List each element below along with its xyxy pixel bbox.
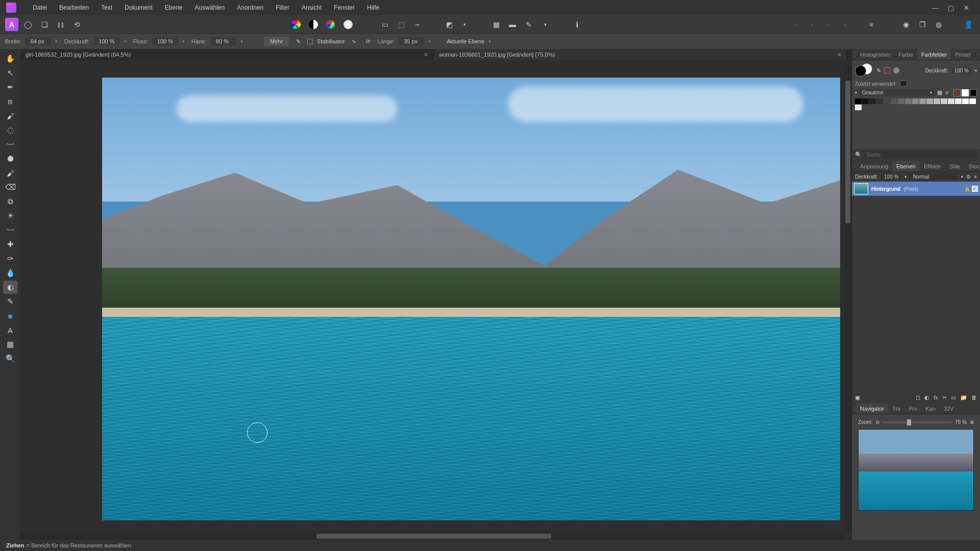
- swatch[interactable]: [962, 98, 969, 104]
- account-icon[interactable]: 👤: [962, 18, 975, 31]
- persona-export-icon[interactable]: ⟲: [70, 18, 84, 31]
- new-layer-icon[interactable]: ◉: [899, 18, 913, 31]
- menu-ebene[interactable]: Ebene: [159, 4, 189, 11]
- swatch[interactable]: [869, 98, 876, 104]
- paint-brush-tool-icon[interactable]: 🖌: [3, 166, 17, 180]
- layer-opacity-dropdown-icon[interactable]: ▾: [904, 174, 906, 179]
- text-tool-icon[interactable]: A: [3, 323, 17, 337]
- recent-swatch[interactable]: [900, 81, 907, 87]
- palette-menu-icon[interactable]: ▾: [855, 90, 857, 95]
- panel-tab-histogramm[interactable]: Histogramm: [856, 49, 894, 60]
- zoom-out-icon[interactable]: ⊖: [875, 419, 879, 425]
- swatch[interactable]: [855, 105, 862, 110]
- layer-crop-icon[interactable]: ✂: [942, 394, 947, 401]
- canvas-area[interactable]: [20, 60, 851, 540]
- pressure-icon[interactable]: ✎: [293, 36, 303, 46]
- width-input[interactable]: 64 px: [26, 37, 51, 45]
- target-dropdown-icon[interactable]: ▾: [488, 39, 494, 44]
- layer-visible-checkbox[interactable]: ✓: [972, 186, 978, 192]
- more-button[interactable]: Mehr: [264, 37, 289, 46]
- swatch[interactable]: [926, 98, 933, 104]
- swatch-opacity-input[interactable]: 100 %: [951, 67, 972, 74]
- length-input[interactable]: 35 px: [399, 37, 424, 45]
- layer-folder-icon[interactable]: 📁: [960, 394, 967, 401]
- document-tab-1[interactable]: girl-1869532_1920.jpg [Geändert] (64.5%)…: [20, 49, 434, 60]
- opacity-dropdown-icon[interactable]: ▾: [124, 39, 129, 44]
- align-icon[interactable]: ≡: [865, 18, 878, 31]
- stabilizer-checkbox[interactable]: [307, 39, 313, 44]
- flood-tool-icon[interactable]: ⬢: [3, 152, 17, 165]
- blur-tool-icon[interactable]: 💧: [3, 266, 17, 280]
- panel-tab-pro[interactable]: Pro: [904, 403, 921, 414]
- layer-search-input[interactable]: [864, 151, 977, 159]
- erase-tool-icon[interactable]: ⌫: [3, 181, 17, 194]
- panel-tab-stile[interactable]: Stile: [945, 161, 964, 171]
- blend-mode-dropdown-icon[interactable]: ▾: [961, 174, 963, 179]
- dropdown-icon[interactable]: ▾: [538, 18, 552, 31]
- menu-anordnen[interactable]: Anordnen: [231, 4, 270, 11]
- swatch-add-icon[interactable]: [953, 89, 961, 96]
- layer-item[interactable]: Hintergrund (Pixel) 🔒 ✓: [852, 182, 980, 196]
- retouch-tool-icon[interactable]: ✎: [3, 295, 17, 308]
- document-tab-2[interactable]: woman-1836601_1920.jpg [Geändert] (75.0%…: [434, 49, 847, 60]
- swatch[interactable]: [876, 98, 883, 104]
- persona-develop-icon[interactable]: ❏: [38, 18, 51, 31]
- panel-tab-farbe[interactable]: Farbe: [894, 49, 917, 60]
- layer-fx-icon[interactable]: ⚙: [966, 174, 971, 180]
- tab-close-icon[interactable]: ✕: [418, 52, 428, 58]
- scrollbar-vertical[interactable]: [844, 60, 851, 533]
- persona-liquify-icon[interactable]: ◯: [21, 18, 35, 31]
- scrollbar-horizontal[interactable]: [20, 533, 844, 540]
- quick-mask-icon[interactable]: ◩: [443, 18, 456, 31]
- panel-tab-anpassung[interactable]: Anpassung: [856, 161, 892, 171]
- panel-tab-32v[interactable]: 32V: [940, 403, 958, 414]
- menu-datei[interactable]: Datei: [27, 4, 53, 11]
- swatch-add-icon[interactable]: [962, 89, 969, 96]
- hardness-dropdown-icon[interactable]: ▾: [240, 39, 246, 44]
- flow-dropdown-icon[interactable]: ▾: [182, 39, 187, 44]
- tab-close-icon[interactable]: ✕: [831, 52, 842, 58]
- swatch[interactable]: [884, 98, 890, 104]
- swatch-view-list-icon[interactable]: ≡: [945, 89, 952, 96]
- selection-refine-icon[interactable]: ⫟: [411, 18, 424, 31]
- zoom-in-icon[interactable]: ⊕: [970, 419, 974, 425]
- swatch[interactable]: [898, 98, 904, 104]
- swatch[interactable]: [969, 98, 976, 104]
- panel-tab-ebenen[interactable]: Ebenen: [892, 161, 920, 171]
- panel-tab-effekte[interactable]: Effekte: [920, 161, 945, 171]
- layer-fx-icon[interactable]: fx: [934, 394, 938, 400]
- layer-add-icon[interactable]: ▭: [951, 394, 956, 401]
- zoom-value[interactable]: 75 %: [955, 419, 967, 425]
- greyscale-icon[interactable]: [307, 18, 320, 31]
- panel-tab-navigator[interactable]: Navigator: [856, 403, 888, 414]
- swatch[interactable]: [955, 98, 962, 104]
- dropdown-icon[interactable]: ▾: [458, 18, 471, 31]
- length-dropdown-icon[interactable]: ▾: [428, 39, 433, 44]
- layer-adjustment-icon[interactable]: ◐: [924, 394, 929, 401]
- grid-icon[interactable]: ▦: [489, 18, 503, 31]
- menu-auswaehlen[interactable]: Auswählen: [188, 4, 231, 11]
- menu-dokument[interactable]: Dokument: [118, 4, 159, 11]
- window-mode-icon[interactable]: ⟳: [363, 36, 374, 46]
- layer-group-icon[interactable]: ▣: [855, 394, 860, 401]
- swatch-opacity-dropdown-icon[interactable]: ▾: [975, 68, 977, 73]
- width-dropdown-icon[interactable]: ▾: [55, 39, 60, 44]
- flow-input[interactable]: 100 %: [152, 37, 178, 45]
- panel-tab-tra[interactable]: Tra: [888, 403, 904, 414]
- inpainting-tool-icon[interactable]: ◐: [3, 281, 17, 294]
- selection-brush-tool-icon[interactable]: 🖌: [3, 109, 17, 122]
- marquee-tool-icon[interactable]: ◌: [3, 123, 17, 137]
- window-minimize[interactable]: —: [928, 4, 943, 12]
- persona-photo-icon[interactable]: A: [5, 18, 18, 31]
- assist-icon[interactable]: ✎: [522, 18, 535, 31]
- swatch[interactable]: [891, 98, 897, 104]
- duplicate-icon[interactable]: ❐: [916, 18, 929, 31]
- eyedropper-icon[interactable]: ✎: [876, 67, 881, 74]
- panel-tab-pinsel[interactable]: Pinsel: [951, 49, 974, 60]
- foreground-background-colors[interactable]: [855, 63, 873, 78]
- panel-tab-stock[interactable]: Stock: [964, 161, 980, 171]
- palette-dropdown[interactable]: Grautöne ▾: [859, 89, 935, 96]
- target-dropdown[interactable]: Aktuelle Ebene: [447, 38, 484, 44]
- swatch[interactable]: [905, 98, 912, 104]
- window-maximize[interactable]: ▢: [943, 4, 959, 12]
